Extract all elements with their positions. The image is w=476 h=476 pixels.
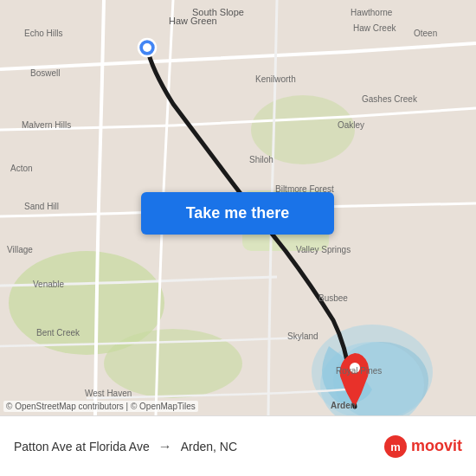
svg-point-2	[104, 329, 242, 398]
svg-text:West Haven: West Haven	[85, 389, 132, 398]
svg-text:Oakley: Oakley	[338, 120, 364, 130]
origin-text: Patton Ave at Florida Ave	[14, 440, 150, 453]
svg-text:Malvern Hills: Malvern Hills	[22, 120, 71, 130]
moovit-logo: m moovit	[383, 434, 462, 459]
take-me-there-button[interactable]: Take me there	[141, 192, 334, 235]
svg-text:Skyland: Skyland	[287, 331, 318, 341]
svg-text:Valley Springs: Valley Springs	[296, 245, 351, 254]
svg-text:Royal Pines: Royal Pines	[336, 366, 382, 376]
map-attribution: © OpenStreetMap contributors | © OpenMap…	[3, 401, 198, 412]
bottom-bar: Patton Ave at Florida Ave → Arden, NC m …	[0, 415, 476, 476]
svg-text:Echo Hills: Echo Hills	[24, 29, 62, 38]
svg-point-3	[251, 95, 355, 164]
svg-text:Haw Creek: Haw Creek	[353, 23, 396, 33]
svg-text:Bent Creek: Bent Creek	[36, 328, 80, 338]
svg-text:Village: Village	[7, 245, 33, 254]
svg-text:Shiloh: Shiloh	[249, 155, 273, 164]
svg-point-9	[143, 43, 151, 52]
svg-text:Busbee: Busbee	[318, 293, 348, 303]
map-container: South Slope Echo Hills Haw Green Hawthor…	[0, 0, 476, 415]
arrow-icon: →	[158, 439, 172, 454]
svg-text:Gashes Creek: Gashes Creek	[362, 94, 418, 104]
moovit-logo-icon: m	[383, 434, 408, 459]
svg-text:Hawthorne: Hawthorne	[351, 8, 393, 17]
svg-text:Arden: Arden	[331, 401, 356, 410]
route-info: Patton Ave at Florida Ave → Arden, NC	[14, 439, 383, 454]
svg-text:m: m	[390, 441, 401, 453]
moovit-brand-text: moovit	[411, 437, 462, 455]
svg-text:Venable: Venable	[33, 280, 65, 289]
svg-text:Boswell: Boswell	[30, 68, 60, 78]
svg-text:Sand Hill: Sand Hill	[24, 202, 59, 211]
svg-text:Acton: Acton	[10, 164, 33, 173]
svg-text:Oteen: Oteen	[414, 29, 437, 38]
svg-text:Kenilworth: Kenilworth	[255, 74, 296, 84]
destination-text: Arden, NC	[181, 440, 237, 453]
svg-text:Haw Green: Haw Green	[169, 16, 217, 26]
